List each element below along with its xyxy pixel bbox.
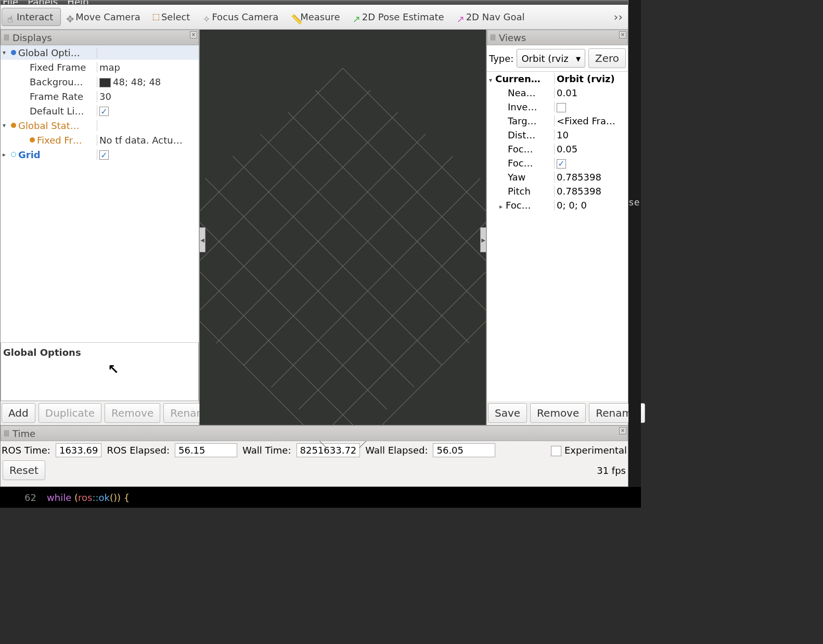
svg-line-3	[216, 134, 426, 343]
view-yaw[interactable]: Yaw0.785398	[487, 170, 628, 184]
hand-icon: ☝	[7, 14, 15, 21]
view-remove-button[interactable]: Remove	[530, 403, 586, 423]
tree-grid[interactable]: ▸Grid✓	[1, 147, 199, 162]
view-current[interactable]: ▾Curren…Orbit (rviz)	[487, 72, 628, 86]
svg-line-12	[260, 134, 469, 343]
menu-help[interactable]: Help	[67, 1, 88, 5]
line-number: 62	[0, 492, 47, 503]
menu-file[interactable]: File	[3, 1, 18, 5]
time-bottom: Reset 31 fps	[1, 459, 628, 482]
time-title: Time	[12, 428, 35, 439]
svg-line-14	[205, 178, 415, 388]
displays-panel: Displays × ▾Global Opti… Fixed Framemap …	[1, 30, 199, 425]
reset-button[interactable]: Reset	[3, 460, 45, 480]
grid-svg	[200, 30, 486, 448]
view-distance[interactable]: Dist…10	[487, 128, 628, 142]
ros-time-field[interactable]: 1633.69	[56, 443, 101, 457]
close-icon[interactable]: ×	[619, 31, 626, 38]
view-focal2[interactable]: Foc…✓	[487, 156, 628, 170]
views-header[interactable]: Views ×	[487, 30, 628, 45]
svg-line-5	[271, 178, 480, 388]
menu-panels[interactable]: Panels	[28, 1, 58, 5]
code-line: while (ros::ok()) {	[47, 492, 130, 503]
tool-select[interactable]: Select	[148, 8, 198, 25]
grip-icon	[491, 34, 496, 41]
description-title: Global Options	[3, 347, 81, 358]
time-header[interactable]: Time ×	[1, 426, 628, 441]
view-near[interactable]: Nea…0.01	[487, 86, 628, 100]
tree-frame-rate[interactable]: Frame Rate30	[1, 89, 199, 104]
tool-2d-nav[interactable]: ↗2D Nav Goal	[452, 8, 532, 25]
type-label: Type:	[489, 53, 513, 64]
zero-button[interactable]: Zero	[588, 48, 626, 68]
toolbar-overflow[interactable]: ››	[609, 10, 627, 23]
views-tree[interactable]: ▾Curren…Orbit (rviz) Nea…0.01 Inve…✓ Tar…	[487, 72, 628, 401]
warn-dot-icon	[11, 123, 16, 128]
displays-title: Displays	[12, 32, 52, 43]
select-icon	[153, 14, 159, 20]
view-save-button[interactable]: Save	[488, 403, 527, 423]
checkbox-empty-icon[interactable]: ✓	[557, 103, 566, 112]
views-type-row: Type: Orbit (rviz▾ Zero	[487, 45, 628, 72]
ros-time-label: ROS Time:	[2, 445, 50, 456]
svg-line-2	[200, 112, 398, 321]
close-icon[interactable]: ×	[190, 31, 197, 38]
code-editor[interactable]: 62 while (ros::ok()) {	[0, 487, 641, 508]
grip-icon	[4, 34, 9, 41]
view-invert[interactable]: Inve…✓	[487, 100, 628, 114]
view-pitch[interactable]: Pitch0.785398	[487, 184, 628, 198]
move-icon: ✥	[66, 14, 73, 21]
time-panel: Time × ROS Time: 1633.69 ROS Elapsed: 56…	[1, 425, 628, 482]
tree-global-options[interactable]: ▾Global Opti…	[1, 45, 199, 60]
displays-tree[interactable]: ▾Global Opti… Fixed Framemap Backgrou…48…	[1, 45, 199, 343]
remove-button[interactable]: Remove	[105, 403, 160, 423]
displays-header[interactable]: Displays ×	[1, 30, 199, 45]
color-swatch[interactable]	[99, 78, 111, 87]
svg-line-11	[288, 112, 486, 321]
main-area: Displays × ▾Global Opti… Fixed Framemap …	[1, 30, 628, 425]
type-combo[interactable]: Orbit (rviz▾	[517, 49, 585, 68]
svg-line-7	[326, 222, 486, 431]
tool-focus-camera[interactable]: ✧Focus Camera	[197, 8, 286, 25]
experimental-checkbox[interactable]	[551, 446, 561, 456]
menubar: File Panels Help	[1, 1, 628, 5]
experimental-label: Experimental	[564, 445, 627, 456]
partial-text: se	[628, 197, 640, 208]
3d-viewport[interactable]: ◀ ▶	[199, 30, 486, 425]
checkbox-checked-icon[interactable]: ✓	[557, 159, 566, 169]
displays-buttons: Add Duplicate Remove Rename	[1, 401, 199, 425]
tool-interact[interactable]: ☝Interact	[2, 8, 61, 26]
checkbox-checked-icon[interactable]: ✓	[99, 107, 109, 116]
close-icon[interactable]: ×	[619, 427, 626, 434]
view-focus[interactable]: ▸Foc…0; 0; 0	[487, 198, 628, 212]
svg-line-17	[200, 244, 332, 447]
views-title: Views	[499, 32, 526, 43]
tool-measure[interactable]: 📏Measure	[286, 8, 348, 25]
toolbar: ☝Interact ✥Move Camera Select ✧Focus Cam…	[1, 5, 628, 30]
cursor-icon: ↖	[108, 362, 119, 377]
tree-default-light[interactable]: Default Li…✓	[1, 104, 199, 118]
blue-dot-icon	[11, 50, 16, 55]
svg-line-15	[200, 200, 387, 409]
tool-move-camera[interactable]: ✥Move Camera	[61, 8, 148, 25]
grid-dot-icon	[11, 152, 16, 157]
arrow-pink-icon: ↗	[457, 14, 464, 21]
duplicate-button[interactable]: Duplicate	[38, 403, 101, 423]
collapse-left-icon[interactable]: ◀	[199, 227, 205, 252]
add-button[interactable]: Add	[2, 403, 35, 423]
checkbox-checked-icon[interactable]: ✓	[99, 150, 109, 160]
view-target[interactable]: Targ…<Fixed Fra…	[487, 114, 628, 128]
view-focal[interactable]: Foc…0.05	[487, 142, 628, 156]
svg-line-6	[299, 200, 486, 409]
svg-line-9	[343, 68, 486, 277]
collapse-right-icon[interactable]: ▶	[480, 227, 486, 252]
tree-fixed-frame[interactable]: Fixed Framemap	[1, 60, 199, 74]
tree-background[interactable]: Backgrou…48; 48; 48	[1, 74, 199, 89]
arrow-green-icon: ↗	[353, 14, 360, 21]
views-buttons: Save Remove Rename	[487, 401, 628, 425]
description-box: Global Options ↖	[1, 343, 199, 401]
tree-fixed-frame-status[interactable]: Fixed Fr…No tf data. Actu…	[1, 133, 199, 147]
tree-global-status[interactable]: ▾Global Stat…	[1, 118, 199, 133]
focus-icon: ✧	[202, 14, 210, 21]
tool-2d-pose[interactable]: ↗2D Pose Estimate	[348, 8, 452, 25]
